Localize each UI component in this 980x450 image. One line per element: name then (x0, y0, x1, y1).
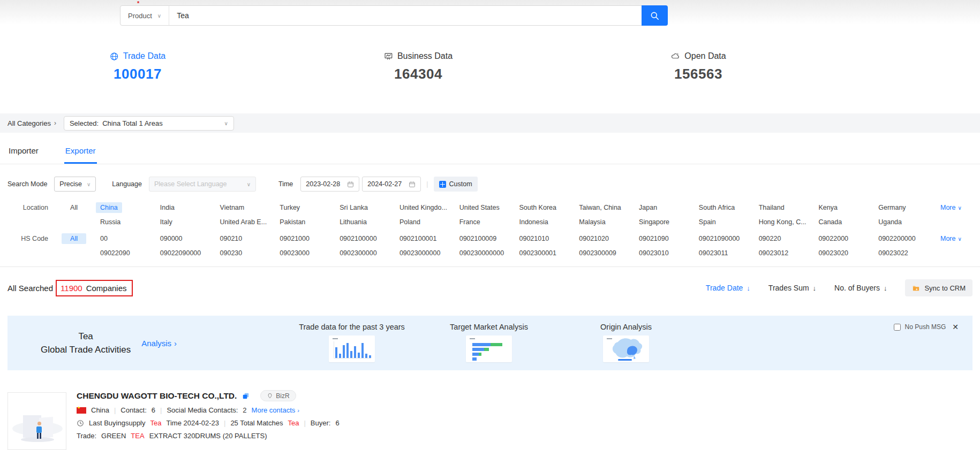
location-option[interactable]: South Africa (695, 202, 739, 213)
location-option[interactable]: Japan (635, 202, 661, 213)
location-option[interactable]: Lithuania (335, 217, 371, 227)
location-option[interactable]: Poland (395, 217, 425, 227)
hs-code-all-option[interactable]: All (62, 233, 86, 244)
hs-code-option[interactable]: 090000 (156, 233, 187, 244)
hs-code-option[interactable]: 09023000 (275, 248, 314, 258)
location-option[interactable]: China (96, 202, 122, 213)
location-option[interactable]: United States (455, 202, 504, 213)
selected-area-dropdown[interactable]: Selected: China Total 1 Areas ∨ (64, 116, 234, 131)
location-row-2: RussiaItalyUnited Arab E...PakistanLithu… (96, 217, 932, 227)
search-input[interactable]: Tea (169, 6, 642, 25)
hs-code-option[interactable]: 09022000 (814, 233, 853, 244)
banner-card-title: Origin Analysis (570, 323, 682, 331)
location-option[interactable]: Spain (695, 217, 720, 227)
hs-code-option[interactable]: 090220 (755, 233, 786, 244)
hs-code-option[interactable]: 09021000 (275, 233, 314, 244)
hs-code-option[interactable]: 09021010 (515, 233, 553, 244)
location-option[interactable]: France (455, 217, 485, 227)
location-option[interactable]: Italy (156, 217, 177, 227)
location-all-option[interactable]: All (62, 202, 86, 213)
trade-text-before: GREEN (101, 432, 126, 440)
stat-trade-data[interactable]: Trade Data 100017 (110, 51, 165, 82)
hs-code-option[interactable]: 09023012 (755, 248, 793, 258)
location-option[interactable]: Turkey (275, 202, 304, 213)
copy-icon[interactable] (242, 392, 250, 400)
hs-code-option[interactable]: 09023010 (635, 248, 673, 258)
hs-code-option[interactable]: 0902100001 (395, 233, 441, 244)
stat-open-data[interactable]: Open Data 156563 (670, 51, 726, 82)
location-option[interactable]: United Kingdo... (395, 202, 451, 213)
language-select[interactable]: Please Select Language ∨ (149, 177, 256, 192)
hs-code-option[interactable]: 090210 (216, 233, 247, 244)
hs-code-option[interactable]: 0902200000 (874, 233, 920, 244)
location-option[interactable]: Vietnam (216, 202, 249, 213)
location-option[interactable]: Singapore (635, 217, 674, 227)
date-from-input[interactable]: 2023-02-28 (300, 177, 359, 192)
search-category-select[interactable]: Product ∨ (120, 6, 169, 25)
no-push-checkbox[interactable] (894, 324, 901, 331)
hs-code-option[interactable]: 090230000000 (455, 248, 508, 258)
hs-code-option[interactable]: 09023011 (695, 248, 733, 258)
hs-code-option[interactable]: 09021020 (575, 233, 613, 244)
location-option[interactable]: Russia (96, 217, 125, 227)
company-avatar[interactable] (7, 392, 66, 450)
location-option[interactable]: Malaysia (575, 217, 609, 227)
results-prefix: All Searched (7, 284, 53, 293)
all-categories-link[interactable]: All Categories › (7, 119, 56, 127)
custom-time-button[interactable]: Custom (434, 177, 478, 192)
more-contacts-link[interactable]: More contacts › (252, 406, 299, 414)
bizr-badge[interactable]: BizR (260, 390, 296, 401)
chevron-right-icon: › (297, 407, 299, 414)
close-icon[interactable]: ✕ (952, 323, 959, 331)
results-bar: All Searched 11900 Companies Trade Date … (0, 273, 980, 303)
sort-trades-sum[interactable]: Trades Sum ↓ (768, 284, 816, 292)
hs-code-option[interactable]: 09022090 (96, 248, 134, 258)
location-option[interactable]: Germany (874, 202, 910, 213)
hs-code-option[interactable]: 09023022 (874, 248, 913, 258)
banner-card-origin[interactable]: Origin Analysis (570, 323, 682, 362)
analysis-link[interactable]: Analysis › (141, 339, 177, 348)
hs-code-option[interactable]: 0902100009 (455, 233, 501, 244)
location-option[interactable]: Sri Lanka (335, 202, 372, 213)
location-option[interactable]: Kenya (814, 202, 841, 213)
hs-code-option[interactable]: 09021090 (635, 233, 673, 244)
location-option[interactable]: Thailand (755, 202, 789, 213)
company-name[interactable]: CHENGDU WAGOTT BIO-TECH CO.,LTD. (77, 391, 237, 401)
date-to-input[interactable]: 2024-02-27 (362, 177, 421, 192)
sync-to-crm-button[interactable]: Sync to CRM (905, 279, 973, 296)
stat-value: 100017 (110, 66, 165, 82)
hs-code-option[interactable]: 0902100000 (335, 233, 381, 244)
banner-card-trade-data[interactable]: Trade data for the past 3 years (296, 323, 408, 362)
tab-exporter[interactable]: Exporter (64, 146, 97, 164)
stat-business-data[interactable]: Business Data 164304 (384, 51, 453, 82)
location-option[interactable]: Hong Kong, C... (755, 217, 811, 227)
location-more-link[interactable]: More ∨ (940, 202, 980, 211)
location-option[interactable]: Canada (814, 217, 846, 227)
tab-importer[interactable]: Importer (7, 146, 40, 164)
sort-no-of-buyers[interactable]: No. of Buyers ↓ (834, 284, 887, 292)
location-option[interactable]: India (156, 202, 179, 213)
hs-code-more-link[interactable]: More ∨ (940, 233, 980, 242)
location-option[interactable]: United Arab E... (216, 217, 272, 227)
hs-code-option[interactable]: 0902300009 (575, 248, 621, 258)
hs-code-option[interactable]: 0902300000 (335, 248, 381, 258)
hs-code-option[interactable]: 09023000000 (395, 248, 444, 258)
hs-code-option[interactable]: 0902300001 (515, 248, 561, 258)
search-mode-select[interactable]: Precise ∨ (54, 177, 96, 192)
stat-label: Trade Data (123, 51, 165, 61)
sort-trade-date[interactable]: Trade Date ↓ (706, 284, 750, 292)
arrow-down-icon: ↓ (884, 284, 887, 292)
location-option[interactable]: Uganda (874, 217, 906, 227)
filter-bar: Search Mode Precise ∨ Language Please Se… (0, 177, 980, 192)
location-option[interactable]: South Korea (515, 202, 561, 213)
location-option[interactable]: Indonesia (515, 217, 552, 227)
search-button[interactable] (642, 5, 668, 26)
banner-card-target-market[interactable]: Target Market Analysis (433, 323, 545, 362)
location-option[interactable]: Taiwan, China (575, 202, 625, 213)
hs-code-option[interactable]: 00 (96, 233, 112, 244)
hs-code-option[interactable]: 090230 (216, 248, 247, 258)
hs-code-option[interactable]: 09023020 (814, 248, 853, 258)
hs-code-option[interactable]: 09021090000 (695, 233, 744, 244)
location-option[interactable]: Pakistan (275, 217, 310, 227)
hs-code-option[interactable]: 09022090000 (156, 248, 205, 258)
